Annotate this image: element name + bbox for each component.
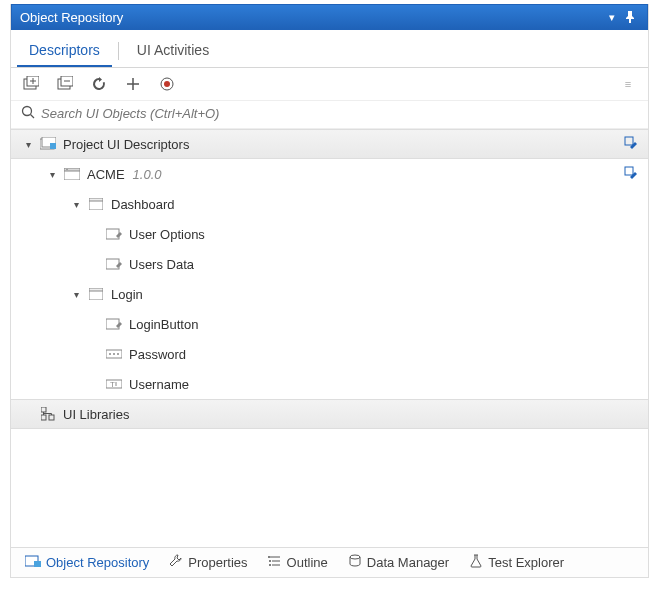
chevron-down-icon[interactable]: ▾ [69, 197, 83, 211]
svg-rect-26 [89, 288, 103, 291]
tree-libraries-label: UI Libraries [63, 407, 129, 422]
ui-element-icon [105, 226, 123, 242]
svg-point-11 [23, 107, 32, 116]
dropdown-icon[interactable]: ▾ [603, 8, 621, 26]
svg-line-12 [31, 115, 35, 119]
svg-point-47 [269, 560, 271, 562]
tree-screen-dashboard[interactable]: ▾ Dashboard [11, 189, 648, 219]
tree: ▾ Project UI Descriptors ▾ ACME 1.0.0 ▾ [11, 128, 648, 547]
footer-tab-label: Data Manager [367, 555, 449, 570]
tree-screen-label: Dashboard [111, 197, 175, 212]
tree-element-label: Users Data [129, 257, 194, 272]
titlebar: Object Repository ▾ [11, 4, 648, 30]
tree-screen-label: Login [111, 287, 143, 302]
svg-text:T: T [110, 380, 115, 389]
footer-tab-outline[interactable]: Outline [260, 551, 336, 574]
tree-element-users-data[interactable]: Users Data [11, 249, 648, 279]
chevron-down-icon[interactable]: ▾ [69, 287, 83, 301]
footer-tabs: Object Repository Properties Outline Dat… [11, 547, 648, 577]
svg-rect-16 [625, 137, 633, 145]
svg-rect-20 [625, 167, 633, 175]
pin-icon[interactable] [621, 8, 639, 26]
tree-app-label: ACME [87, 167, 125, 182]
tab-descriptors[interactable]: Descriptors [17, 36, 112, 67]
screen-icon [87, 286, 105, 302]
svg-rect-37 [49, 415, 54, 420]
tree-root-descriptors[interactable]: ▾ Project UI Descriptors [11, 129, 648, 159]
tab-bar: Descriptors UI Activities [11, 30, 648, 68]
tree-app-version: 1.0.0 [133, 167, 162, 182]
tree-element-password[interactable]: Password [11, 339, 648, 369]
svg-rect-42 [34, 561, 41, 567]
collapse-all-button[interactable] [55, 74, 75, 94]
tree-app-acme[interactable]: ▾ ACME 1.0.0 [11, 159, 648, 189]
svg-point-46 [268, 556, 270, 558]
tree-element-label: Username [129, 377, 189, 392]
footer-tab-label: Outline [287, 555, 328, 570]
screen-icon [87, 196, 105, 212]
footer-tab-object-repository[interactable]: Object Repository [17, 551, 157, 574]
svg-rect-24 [106, 259, 119, 269]
tree-element-user-options[interactable]: User Options [11, 219, 648, 249]
panel-title: Object Repository [20, 10, 123, 25]
svg-point-31 [117, 353, 119, 355]
svg-point-48 [269, 564, 271, 566]
svg-point-10 [164, 81, 170, 87]
tree-element-label: LoginButton [129, 317, 198, 332]
svg-rect-27 [106, 319, 119, 329]
footer-tab-label: Object Repository [46, 555, 149, 570]
svg-point-30 [113, 353, 115, 355]
svg-rect-15 [50, 143, 56, 149]
tree-ui-libraries[interactable]: ▾ UI Libraries [11, 399, 648, 429]
overflow-icon[interactable]: ≡ [618, 74, 638, 94]
search-bar [11, 101, 648, 128]
password-field-icon [105, 346, 123, 362]
footer-tab-properties[interactable]: Properties [161, 551, 255, 574]
toolbar: ≡ [11, 68, 648, 101]
tree-element-label: User Options [129, 227, 205, 242]
svg-rect-35 [41, 407, 46, 412]
search-icon [21, 105, 35, 122]
ui-element-icon [105, 256, 123, 272]
tree-element-label: Password [129, 347, 186, 362]
outline-icon [268, 554, 282, 571]
tab-ui-activities[interactable]: UI Activities [125, 36, 221, 67]
capture-icon[interactable] [624, 136, 638, 153]
tab-separator [118, 42, 119, 60]
wrench-icon [169, 554, 183, 571]
tree-element-username[interactable]: T Username [11, 369, 648, 399]
svg-point-19 [66, 169, 68, 171]
text-field-icon: T [105, 376, 123, 392]
footer-tab-label: Properties [188, 555, 247, 570]
chevron-down-icon[interactable]: ▾ [21, 137, 35, 151]
svg-rect-23 [106, 229, 119, 239]
svg-rect-22 [89, 198, 103, 201]
application-icon [63, 166, 81, 182]
flask-icon [469, 554, 483, 571]
svg-point-29 [109, 353, 111, 355]
descriptors-root-icon [39, 136, 57, 152]
svg-point-49 [350, 555, 360, 559]
svg-rect-36 [41, 415, 46, 420]
add-button[interactable] [123, 74, 143, 94]
search-input[interactable] [41, 106, 638, 121]
data-manager-icon [348, 554, 362, 571]
footer-tab-data-manager[interactable]: Data Manager [340, 551, 457, 574]
object-repository-panel: Object Repository ▾ Descriptors UI Activ… [10, 4, 649, 578]
record-button[interactable] [157, 74, 177, 94]
tree-root-label: Project UI Descriptors [63, 137, 189, 152]
object-repository-icon [25, 554, 41, 571]
chevron-down-icon[interactable]: ▾ [45, 167, 59, 181]
tree-element-login-button[interactable]: LoginButton [11, 309, 648, 339]
refresh-button[interactable] [89, 74, 109, 94]
ui-element-icon [105, 316, 123, 332]
footer-tab-test-explorer[interactable]: Test Explorer [461, 551, 572, 574]
footer-tab-label: Test Explorer [488, 555, 564, 570]
libraries-icon [39, 406, 57, 422]
expand-all-button[interactable] [21, 74, 41, 94]
tree-screen-login[interactable]: ▾ Login [11, 279, 648, 309]
capture-icon[interactable] [624, 166, 638, 183]
